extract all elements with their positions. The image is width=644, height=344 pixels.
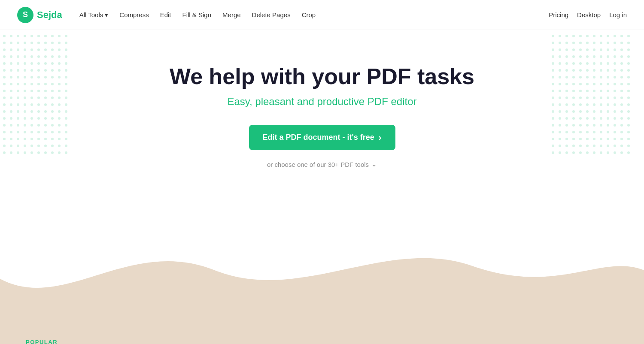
- svg-point-10: [3, 42, 6, 44]
- svg-point-309: [614, 103, 616, 106]
- svg-point-175: [37, 151, 40, 154]
- svg-point-248: [607, 69, 609, 72]
- svg-point-383: [627, 145, 630, 147]
- svg-point-357: [614, 131, 616, 133]
- svg-point-308: [607, 103, 609, 106]
- svg-point-320: [607, 110, 609, 113]
- svg-point-44: [30, 62, 33, 65]
- svg-point-122: [17, 117, 19, 120]
- svg-point-202: [620, 42, 623, 44]
- svg-point-150: [3, 138, 6, 140]
- svg-point-228: [552, 62, 554, 65]
- svg-point-364: [579, 138, 582, 140]
- nav-right: Pricing Desktop Log in: [549, 11, 627, 18]
- svg-point-369: [614, 138, 616, 140]
- svg-point-237: [614, 62, 616, 65]
- svg-point-83: [24, 90, 26, 92]
- svg-point-355: [600, 131, 602, 133]
- nav-edit[interactable]: Edit: [156, 9, 176, 21]
- svg-point-154: [30, 138, 33, 140]
- svg-point-391: [600, 151, 602, 154]
- svg-point-88: [58, 90, 61, 92]
- nav-desktop[interactable]: Desktop: [577, 11, 601, 18]
- svg-point-262: [620, 76, 623, 78]
- svg-point-335: [627, 117, 630, 120]
- svg-point-25: [37, 48, 40, 51]
- svg-point-214: [620, 48, 623, 51]
- svg-point-234: [593, 62, 595, 65]
- svg-point-341: [586, 124, 589, 127]
- svg-point-108: [58, 103, 61, 106]
- svg-point-32: [17, 55, 19, 58]
- nav-all-tools[interactable]: All Tools ▾: [75, 9, 113, 21]
- svg-point-151: [10, 138, 12, 140]
- svg-point-41: [10, 62, 12, 65]
- svg-point-299: [627, 97, 630, 99]
- svg-point-209: [586, 48, 589, 51]
- svg-point-354: [593, 131, 595, 133]
- svg-point-271: [600, 83, 602, 85]
- svg-point-20: [3, 48, 6, 51]
- svg-point-330: [593, 117, 595, 120]
- svg-point-145: [37, 131, 40, 133]
- svg-point-111: [10, 110, 12, 113]
- svg-point-300: [552, 103, 554, 106]
- nav-crop[interactable]: Crop: [298, 9, 320, 21]
- nav-pricing[interactable]: Pricing: [549, 11, 568, 18]
- svg-point-27: [51, 48, 54, 51]
- svg-point-68: [58, 76, 61, 78]
- svg-point-272: [607, 83, 609, 85]
- svg-point-165: [37, 145, 40, 147]
- svg-point-52: [17, 69, 19, 72]
- svg-point-278: [565, 90, 568, 92]
- svg-point-324: [552, 117, 554, 120]
- svg-point-196: [579, 42, 582, 44]
- nav-merge[interactable]: Merge: [218, 9, 245, 21]
- svg-point-118: [58, 110, 61, 113]
- svg-point-148: [58, 131, 61, 133]
- svg-point-244: [579, 69, 582, 72]
- svg-point-269: [586, 83, 589, 85]
- nav-compress[interactable]: Compress: [115, 9, 153, 21]
- svg-point-94: [30, 97, 33, 99]
- svg-point-162: [17, 145, 19, 147]
- svg-point-54: [30, 69, 33, 72]
- svg-point-64: [30, 76, 33, 78]
- edit-pdf-button[interactable]: Edit a PDF document - it's free ›: [249, 125, 395, 150]
- svg-point-140: [3, 131, 6, 133]
- svg-point-119: [65, 110, 67, 113]
- svg-point-98: [58, 97, 61, 99]
- svg-point-293: [586, 97, 589, 99]
- svg-point-124: [30, 117, 33, 120]
- svg-point-92: [17, 97, 19, 99]
- svg-point-48: [58, 62, 61, 65]
- svg-point-218: [565, 55, 568, 58]
- svg-point-337: [559, 124, 561, 127]
- svg-point-147: [51, 131, 54, 133]
- nav-delete-pages[interactable]: Delete Pages: [248, 9, 295, 21]
- tools-chooser[interactable]: or choose one of our 30+ PDF tools ⌄: [267, 160, 377, 168]
- svg-point-143: [24, 131, 26, 133]
- svg-point-17: [51, 42, 54, 44]
- svg-point-349: [559, 131, 561, 133]
- svg-point-246: [593, 69, 595, 72]
- svg-point-97: [51, 97, 54, 99]
- svg-point-89: [65, 90, 67, 92]
- svg-point-109: [65, 103, 67, 106]
- svg-point-283: [600, 90, 602, 92]
- svg-point-215: [627, 48, 630, 51]
- svg-point-135: [37, 124, 40, 127]
- svg-point-274: [620, 83, 623, 85]
- svg-point-95: [37, 97, 40, 99]
- svg-point-177: [51, 151, 54, 154]
- svg-point-253: [559, 76, 561, 78]
- nav-login[interactable]: Log in: [609, 11, 627, 18]
- svg-point-136: [44, 124, 47, 127]
- svg-point-233: [586, 62, 589, 65]
- svg-point-112: [17, 110, 19, 113]
- nav-fill-sign[interactable]: Fill & Sign: [178, 9, 216, 21]
- logo[interactable]: S Sejda: [17, 7, 62, 23]
- svg-point-93: [24, 97, 26, 99]
- svg-point-194: [565, 42, 568, 44]
- svg-point-86: [44, 90, 47, 92]
